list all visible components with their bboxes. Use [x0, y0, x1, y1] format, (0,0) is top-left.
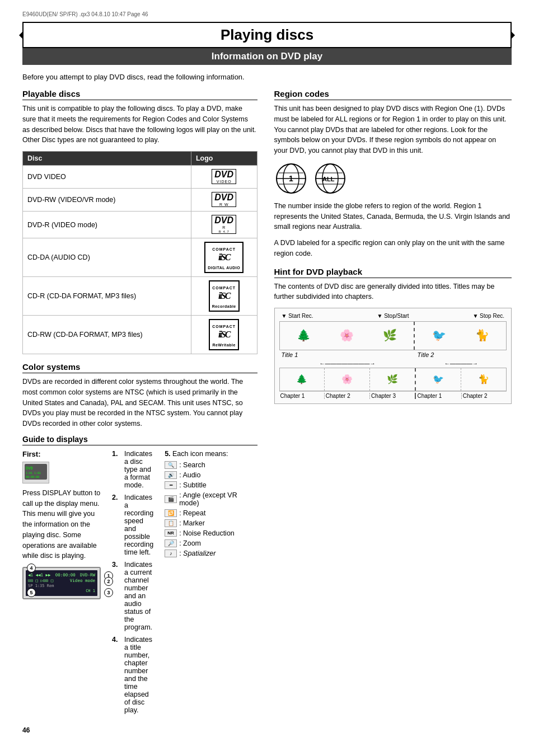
marker-icon: 📋	[165, 519, 177, 527]
disc-col-header: Disc	[23, 152, 191, 166]
icon-label: : Noise Reduction	[179, 529, 235, 537]
disc-name: DVD-RW (VIDEO/VR mode)	[23, 189, 191, 212]
angle-icon: 🎬	[165, 495, 177, 503]
stop-rec-label: ▼ Stop Rec.	[472, 313, 504, 319]
title1-block: 🌲 🌸 🌿	[280, 322, 415, 350]
icon-label: : Search	[179, 461, 205, 469]
audio-icon: 🔊	[165, 471, 177, 479]
tree-icon: 🌲	[297, 328, 311, 342]
region-codes-heading: Region codes	[274, 89, 512, 100]
page-meta: E9460UD(EN/ SP/FR) .qx3 04.8.10 10:47 Pa…	[22, 11, 512, 17]
hint-dvd-heading: Hint for DVD playback	[274, 267, 512, 278]
table-row: DVD VIDEO DVDVIDEO	[23, 166, 257, 189]
table-row: DVD-R (VIDEO mode) DVDRR 4.7	[23, 212, 257, 238]
dvd-timeline: ▼ Start Rec. ▼ Stop/Start ▼ Stop Rec. 🌲 …	[274, 308, 512, 404]
globe-all-icon: ALL	[313, 162, 347, 195]
title1-icons: 🌲 🌸 🌿	[282, 324, 412, 346]
subtitle-icon: ━	[165, 481, 177, 489]
icon-list-item: NR : Noise Reduction	[165, 529, 257, 537]
disc-logo: COMPACT iiSC Recordable	[191, 277, 257, 316]
icon-label: : Subtitle	[179, 481, 207, 489]
cd-r-logo: COMPACT iiSC Recordable	[209, 280, 240, 312]
intro-text: Before you attempt to play DVD discs, re…	[22, 73, 512, 81]
numbered-list: 1. Indicates a disc type and a format mo…	[112, 450, 153, 714]
svg-text:1:01 1:01: 1:01 1:01	[26, 471, 41, 475]
list-num: 1.	[112, 450, 121, 489]
ch3-icon: 🌿	[371, 369, 414, 389]
icon-list: 🔍 : Search 🔊 : Audio ━ : Subtitle 🎬 : An…	[165, 461, 257, 557]
chapter-icons-row: 🌲 🌸 🌿 🐦 🐈	[279, 368, 507, 391]
globe-1-icon: 1	[274, 162, 308, 195]
title-icons-row: 🌲 🌸 🌿 🐦 🐈	[279, 321, 507, 350]
icon-label: : Repeat	[179, 509, 205, 517]
chapter3-label: Chapter 3	[370, 393, 416, 399]
disc-logo: COMPACT iiSC DIGITAL AUDIO	[191, 238, 257, 277]
start-rec-label: ▼ Start Rec.	[282, 313, 313, 319]
list-num: 2.	[112, 494, 121, 556]
list-item: 2. Indicates a recording speed and possi…	[112, 494, 153, 556]
repeat-icon: 🔁	[165, 509, 177, 517]
disc-logo: COMPACT iiSC ReWritable	[191, 316, 257, 354]
flower-icon: 🌸	[340, 328, 354, 342]
arrows-row: ←————————→ ←————→	[279, 360, 507, 367]
disc-table: Disc Logo DVD VIDEO DVDVIDEO DVD-RW (VID…	[22, 151, 257, 354]
timeline-labels: ▼ Start Rec. ▼ Stop/Start ▼ Stop Rec.	[279, 313, 507, 319]
icon-label: : Audio	[179, 471, 200, 479]
ch5-icon: 🐈	[462, 369, 505, 389]
plant-icon: 🌿	[383, 328, 397, 342]
guide-displays-heading: Guide to displays	[22, 435, 257, 445]
region-codes-text1: This unit has been designed to play DVD …	[274, 104, 512, 156]
chapter4-label: Chapter 1	[416, 393, 461, 399]
icon-label: : Marker	[179, 519, 205, 527]
num-badge-2: 2	[104, 577, 113, 586]
svg-text:DVD: DVD	[26, 466, 33, 471]
icon-list-item: 🔍 : Search	[165, 461, 257, 469]
chapter5-label: Chapter 2	[462, 393, 507, 399]
list-item: 4. Indicates a title number, chapter num…	[112, 636, 153, 714]
icon-list-item: ━ : Subtitle	[165, 481, 257, 489]
svg-text:1: 1	[289, 174, 293, 183]
icon-label: : Spatializer	[179, 550, 216, 557]
dvd-rw-logo: DVDR W	[212, 192, 236, 207]
dvd-icon-display: DVD 1:01 1:01 00:00:00	[22, 462, 49, 483]
title2-block: 🐦 🐈	[415, 322, 506, 350]
page-number: 46	[22, 726, 512, 734]
icon-list-item: 🎬 : Angle (except VR mode)	[165, 491, 257, 507]
icon-list-item: 🔎 : Zoom	[165, 539, 257, 547]
main-title: Playing discs	[22, 22, 512, 48]
chapter2-label: Chapter 2	[325, 393, 370, 399]
chapter5-block: 🐈	[461, 368, 506, 391]
disc-name: CD-RW (CD-DA FORMAT, MP3 files)	[23, 316, 191, 354]
chapter-labels-row: Chapter 1 Chapter 2 Chapter 3 Chapter 1 …	[279, 391, 507, 399]
title2-icons: 🐦 🐈	[417, 324, 504, 346]
guide-display-desc: Press DISPLAY button to call up the disp…	[22, 488, 101, 561]
table-row: CD-DA (AUDIO CD) COMPACT iiSC DIGITAL AU…	[23, 238, 257, 277]
list-text: Indicates a title number, chapter number…	[124, 636, 153, 714]
color-systems-heading: Color systems	[22, 362, 257, 373]
disc-name: DVD-R (VIDEO mode)	[23, 212, 191, 238]
list-text: Indicates a disc type and a format mode.	[124, 450, 153, 489]
first-label: First:	[22, 450, 101, 458]
chapter1-label: Chapter 1	[279, 393, 325, 399]
title2-label: Title 2	[415, 351, 507, 358]
icon-list-item: ♪ : Spatializer	[165, 550, 257, 557]
arrow2: ←————→	[415, 360, 507, 367]
icon-label: : Zoom	[179, 539, 201, 547]
title-labels-row: Title 1 Title 2	[279, 351, 507, 358]
icon-list-item: 🔊 : Audio	[165, 471, 257, 479]
color-systems-text: DVDs are recorded in different color sys…	[22, 377, 257, 429]
noise-reduction-icon: NR	[165, 529, 177, 537]
list-num: 3.	[112, 561, 121, 631]
ch2-icon: 🌸	[326, 369, 368, 389]
list-num: 4.	[112, 636, 121, 714]
disc-name: DVD VIDEO	[23, 166, 191, 189]
table-row: CD-RW (CD-DA FORMAT, MP3 files) COMPACT …	[23, 316, 257, 354]
stop-start-label: ▼ Stop/Start	[377, 313, 409, 319]
list-item: 3. Indicates a current channel number an…	[112, 561, 153, 631]
globe-icons: 1 ALL	[274, 162, 512, 195]
svg-text:00:00:00: 00:00:00	[26, 475, 39, 478]
list-text: Indicates a recording speed and possible…	[124, 494, 153, 556]
chapter4-block: 🐦	[416, 368, 461, 391]
arrow1: ←————————→	[279, 360, 416, 367]
ch4-icon: 🐦	[417, 369, 460, 389]
